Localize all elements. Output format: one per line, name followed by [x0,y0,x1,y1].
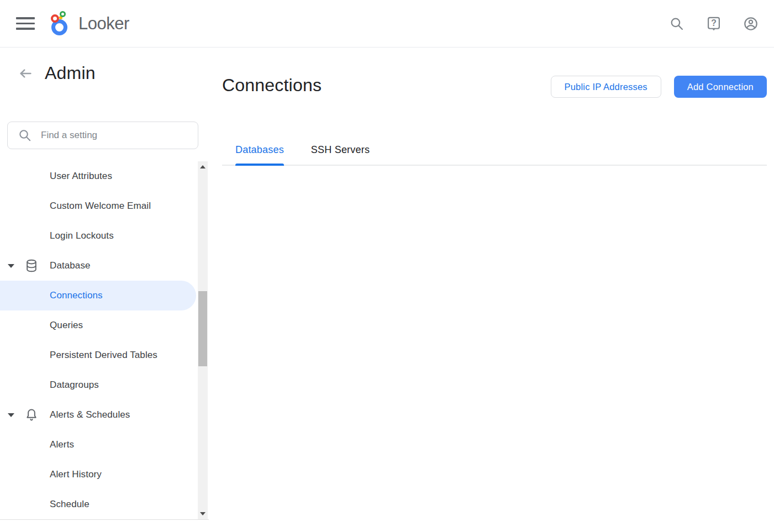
bell-icon [24,408,39,422]
scrollbar-down-arrow-icon[interactable] [200,512,206,515]
sidebar-item-queries[interactable]: Queries [0,310,209,340]
account-icon [743,16,759,31]
svg-text:?: ? [711,18,717,27]
hamburger-icon [16,17,35,19]
scrollbar-up-arrow-icon[interactable] [200,165,206,168]
chevron-down-icon[interactable] [8,413,14,417]
top-app-bar: Looker ? [0,0,774,48]
sidebar-item-label: Connections [50,290,103,301]
sidebar-item-label: Database [50,260,91,271]
sidebar-item-label: Login Lockouts [50,230,114,241]
sidebar-item-label: Alerts [50,439,74,450]
scrollbar-thumb[interactable] [198,291,207,366]
public-ip-addresses-button[interactable]: Public IP Addresses [551,76,661,98]
sidebar-item-user-attributes[interactable]: User Attributes [0,161,209,191]
sidebar-item-label: Schedule [50,499,89,510]
account-button[interactable] [740,13,762,35]
sidebar-item-alerts-schedules[interactable]: Alerts & Schedules [0,400,209,430]
brand-name: Looker [78,14,129,34]
tab-ssh-servers[interactable]: SSH Servers [311,144,370,165]
sidebar-item-label: Queries [50,320,83,331]
sidebar-item-label: Custom Welcome Email [50,201,151,212]
setting-search-box[interactable] [7,122,198,149]
add-connection-button[interactable]: Add Connection [674,76,767,98]
search-button[interactable] [666,13,688,35]
search-icon [669,16,685,31]
sidebar-scrollbar[interactable] [198,161,208,519]
sidebar-item-persistent-derived-tables[interactable]: Persistent Derived Tables [0,340,209,370]
help-icon: ? [706,16,722,31]
sidebar-item-label: Datagroups [50,380,99,391]
sidebar-item-datagroups[interactable]: Datagroups [0,370,209,400]
sidebar-item-alert-history[interactable]: Alert History [0,460,209,489]
back-arrow-icon [18,66,33,81]
database-icon [24,259,39,273]
menu-button[interactable] [14,13,36,35]
sidebar-item-database[interactable]: Database [0,251,209,281]
connections-tabs: Databases SSH Servers [222,130,767,166]
sidebar-item-label: User Attributes [50,171,112,182]
sidebar-item-custom-welcome-email[interactable]: Custom Welcome Email [0,191,209,221]
looker-logo-icon [51,11,72,36]
looker-brand[interactable]: Looker [51,11,129,36]
sidebar-item-login-lockouts[interactable]: Login Lockouts [0,221,209,251]
back-button[interactable] [17,65,34,82]
tab-databases[interactable]: Databases [235,144,284,165]
sidebar-item-schedule[interactable]: Schedule [0,489,209,519]
sidebar-item-label: Persistent Derived Tables [50,350,157,361]
sidebar-search-icon [18,128,32,143]
sidebar-item-alerts[interactable]: Alerts [0,430,209,460]
setting-search-input[interactable] [41,130,190,141]
admin-nav: User AttributesCustom Welcome EmailLogin… [0,161,209,519]
admin-sidebar: Admin User AttributesCustom Welcome Emai… [0,48,209,520]
page-title: Connections [222,75,322,96]
help-button[interactable]: ? [703,13,725,35]
sidebar-title: Admin [45,63,96,83]
chevron-down-icon[interactable] [8,264,14,268]
sidebar-item-label: Alerts & Schedules [50,409,130,420]
sidebar-item-label: Alert History [50,469,102,480]
sidebar-item-connections[interactable]: Connections [0,281,196,310]
main-content: Connections Public IP Addresses Add Conn… [209,48,774,532]
